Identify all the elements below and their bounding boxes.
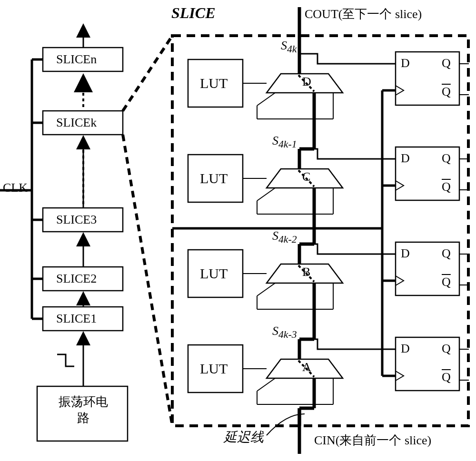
- lut-b-label: LUT: [200, 265, 228, 282]
- step-icon: [57, 354, 74, 366]
- svg-line-43: [257, 283, 275, 296]
- ff-d-Qbar: Q: [442, 85, 451, 99]
- ff-c-Qbar: Q: [442, 180, 451, 194]
- tap-d: [299, 54, 396, 64]
- cout-label: COUT(至下一个 slice): [305, 6, 422, 22]
- ff-a-D: D: [401, 342, 410, 356]
- mux-d-id: D: [302, 75, 311, 89]
- cin-label: CIN(来自前一个 slice): [314, 432, 431, 449]
- slice-2-label: SLICE2: [56, 272, 97, 286]
- ff-a-Qbar: Q: [442, 370, 451, 384]
- slice-k-label: SLICEk: [56, 116, 97, 130]
- lut-c-label: LUT: [200, 170, 228, 186]
- slice-title: SLICE: [171, 4, 215, 22]
- ff-d-Q: Q: [442, 56, 451, 70]
- svg-line-27: [257, 188, 275, 201]
- mux-b-id: B: [302, 265, 310, 279]
- tap-s4k3: S4k-3: [272, 324, 297, 341]
- lut-d-label: LUT: [200, 75, 228, 91]
- slice-n-label: SLICEn: [56, 52, 97, 67]
- tap-s4k1: S4k-1: [272, 134, 297, 150]
- lut-a-label: LUT: [200, 361, 228, 377]
- expand-line-bottom: [123, 135, 172, 426]
- mux-c-id: C: [302, 170, 310, 184]
- svg-line-16: [257, 93, 275, 106]
- tap-s4k: S4k: [281, 39, 297, 55]
- ff-a-Q: Q: [442, 342, 451, 356]
- ff-b-Q: Q: [442, 246, 451, 261]
- svg-line-54: [257, 378, 275, 391]
- ff-d-D: D: [401, 56, 410, 70]
- ff-b-Qbar: Q: [442, 275, 451, 289]
- delay-line-label: 延迟线: [224, 428, 264, 446]
- tap-s4k2: S4k-2: [272, 229, 297, 245]
- ff-c-D: D: [401, 151, 410, 166]
- slice-3-label: SLICE3: [56, 213, 97, 227]
- ff-c-Q: Q: [442, 151, 451, 166]
- slice-1-label: SLICE1: [56, 312, 97, 326]
- expand-line-top: [123, 36, 172, 111]
- clk-label: CLK: [3, 181, 28, 195]
- osc-label: 振荡环电路: [51, 394, 115, 426]
- mux-a-id: A: [302, 360, 311, 374]
- ff-b-D: D: [401, 246, 410, 261]
